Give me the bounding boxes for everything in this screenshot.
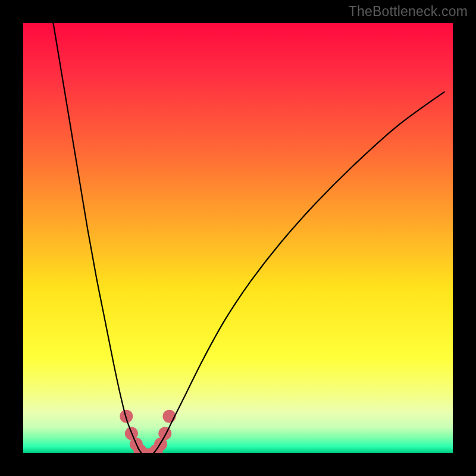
highlight-dot <box>158 427 171 440</box>
curves-layer <box>23 23 453 453</box>
right-curve <box>157 92 444 449</box>
chart-frame: TheBottleneck.com <box>0 0 476 476</box>
left-curve <box>54 23 139 449</box>
watermark-text: TheBottleneck.com <box>349 4 468 20</box>
plot-area <box>23 23 453 453</box>
highlight-dot <box>162 410 176 423</box>
